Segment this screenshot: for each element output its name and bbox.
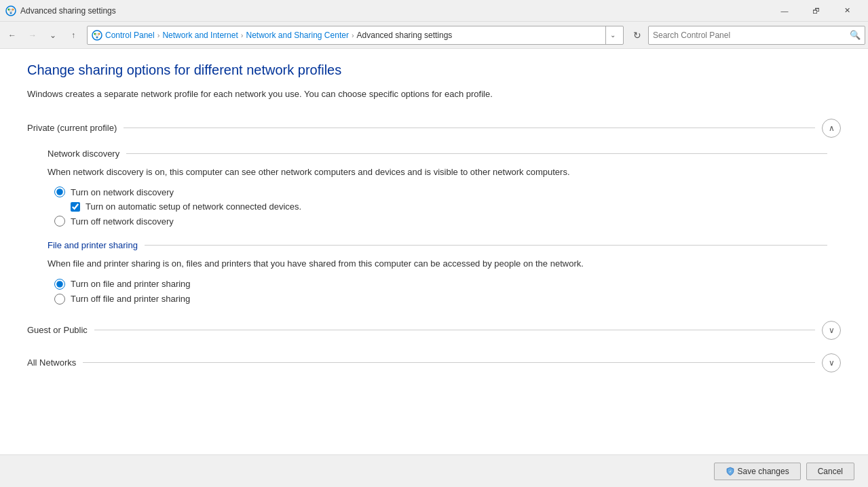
address-bar[interactable]: Control Panel › Network and Internet › N…	[87, 26, 624, 45]
nd-on-label: Turn on network discovery	[71, 187, 174, 197]
svg-line-5	[9, 9, 11, 13]
fp-on-option[interactable]: Turn on file and printer sharing	[54, 279, 827, 290]
search-input[interactable]	[653, 31, 850, 40]
footer: ✓ Save changes Cancel	[0, 454, 868, 487]
section-all-networks: All Networks ∨	[27, 349, 841, 376]
search-icon[interactable]: 🔍	[850, 30, 861, 40]
svg-point-7	[92, 31, 102, 40]
fp-on-label: Turn on file and printer sharing	[71, 279, 191, 289]
section-guest-public-header[interactable]: Guest or Public ∨	[27, 317, 841, 344]
window-controls: — 🗗 ✕	[769, 0, 863, 22]
subsection-line-fp	[145, 245, 827, 246]
address-dropdown-button[interactable]: ⌄	[605, 26, 619, 45]
svg-point-0	[6, 6, 16, 16]
breadcrumb-network-internet[interactable]: Network and Internet	[162, 31, 238, 40]
fp-on-radio[interactable]	[54, 279, 65, 290]
breadcrumb-control-panel[interactable]: Control Panel	[105, 31, 155, 40]
nd-on-option[interactable]: Turn on network discovery	[54, 187, 827, 197]
section-line	[124, 128, 815, 128]
window-title: Advanced sharing settings	[20, 6, 769, 16]
section-line-gp	[94, 330, 815, 330]
breadcrumb-network-sharing-center[interactable]: Network and Sharing Center	[246, 31, 348, 40]
nav-bar: ← → ⌄ ↑ Control Panel › Network and Inte…	[0, 22, 868, 49]
restore-button[interactable]: 🗗	[800, 0, 831, 22]
section-private: Private (current profile) ∧ Network disc…	[27, 115, 841, 311]
nd-off-label: Turn off network discovery	[71, 216, 174, 227]
window-icon	[5, 5, 16, 16]
search-box[interactable]: 🔍	[648, 26, 865, 45]
section-private-content: Network discovery When network discovery…	[27, 142, 841, 311]
network-discovery-options: Turn on network discovery Turn on automa…	[54, 187, 827, 227]
breadcrumb-advanced-sharing: Advanced sharing settings	[357, 31, 453, 40]
minimize-button[interactable]: —	[769, 0, 800, 22]
refresh-button[interactable]: ↻	[628, 26, 647, 45]
subsection-network-discovery-header: Network discovery	[48, 149, 827, 159]
nd-auto-label: Turn on automatic setup of network conne…	[86, 201, 301, 212]
network-discovery-desc: When network discovery is on, this compu…	[48, 165, 827, 179]
section-all-networks-title: All Networks	[27, 357, 76, 368]
title-bar: Advanced sharing settings — 🗗 ✕	[0, 0, 868, 22]
forward-button[interactable]: →	[23, 26, 42, 45]
svg-line-13	[97, 34, 99, 37]
subsection-file-printer-title: File and printer sharing	[48, 240, 138, 250]
section-line-an	[83, 362, 815, 363]
subsection-network-discovery-title: Network discovery	[48, 149, 119, 159]
page-heading: Change sharing options for different net…	[27, 62, 841, 78]
nd-auto-option[interactable]: Turn on automatic setup of network conne…	[71, 201, 827, 212]
nd-off-option[interactable]: Turn off network discovery	[54, 216, 827, 227]
fp-off-label: Turn off file and printer sharing	[71, 294, 190, 304]
file-printer-options: Turn on file and printer sharing Turn of…	[54, 279, 827, 305]
main-content: Change sharing options for different net…	[0, 49, 868, 454]
file-printer-desc: When file and printer sharing is on, fil…	[48, 257, 827, 271]
section-all-networks-header[interactable]: All Networks ∨	[27, 349, 841, 376]
svg-text:✓: ✓	[729, 469, 732, 473]
network-icon	[92, 30, 102, 41]
section-guest-public: Guest or Public ∨	[27, 317, 841, 344]
nd-on-radio[interactable]	[54, 187, 65, 197]
save-changes-button[interactable]: ✓ Save changes	[714, 463, 801, 480]
nd-off-radio[interactable]	[54, 216, 65, 227]
section-guest-public-chevron[interactable]: ∨	[822, 321, 841, 340]
section-all-networks-chevron[interactable]: ∨	[822, 353, 841, 372]
up-button[interactable]: ↑	[64, 26, 83, 45]
shield-icon: ✓	[725, 467, 735, 476]
section-guest-public-title: Guest or Public	[27, 325, 88, 335]
recent-locations-button[interactable]: ⌄	[43, 26, 62, 45]
subsection-line	[126, 153, 827, 154]
back-button[interactable]: ←	[3, 26, 22, 45]
section-private-chevron[interactable]: ∧	[822, 119, 841, 138]
section-private-header[interactable]: Private (current profile) ∧	[27, 115, 841, 142]
cancel-button[interactable]: Cancel	[806, 463, 854, 480]
svg-line-6	[11, 9, 13, 13]
fp-off-option[interactable]: Turn off file and printer sharing	[54, 294, 827, 305]
nd-auto-checkbox[interactable]	[71, 202, 80, 212]
section-private-title: Private (current profile)	[27, 123, 117, 133]
page-description: Windows creates a separate network profi…	[27, 87, 841, 101]
svg-line-12	[95, 34, 97, 37]
close-button[interactable]: ✕	[831, 0, 863, 22]
save-changes-label: Save changes	[738, 467, 789, 476]
subsection-file-printer-header: File and printer sharing	[48, 240, 827, 250]
fp-off-radio[interactable]	[54, 294, 65, 305]
breadcrumb: Control Panel › Network and Internet › N…	[105, 31, 603, 40]
